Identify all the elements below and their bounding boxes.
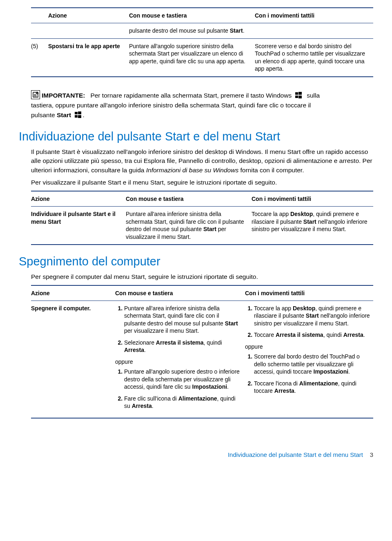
table-actions-3: Azione Con mouse e tastiera Con i movime…	[31, 285, 373, 419]
svg-rect-5	[78, 111, 81, 114]
th-mouse: Con mouse e tastiera	[115, 285, 245, 301]
list-item: Selezionare Arresta il sistema, quindi A…	[124, 339, 242, 354]
svg-rect-4	[75, 112, 78, 114]
th-azione: Azione	[48, 8, 129, 23]
start-icon	[75, 111, 81, 118]
cell-azione: Individuare il pulsante Start e il menu …	[31, 207, 126, 245]
cell-touch: Scorrere verso e dal bordo sinistro del …	[255, 38, 373, 76]
section-start-p2: Per visualizzare il pulsante Start e il …	[31, 178, 373, 187]
list-item: Puntare all'area inferiore sinistra dell…	[124, 305, 242, 335]
table-header-row: Azione Con mouse e tastiera Con i movime…	[31, 285, 373, 301]
section-heading-start: Individuazione del pulsante Start e del …	[19, 130, 373, 143]
cell-azione: Spegnere il computer.	[31, 301, 115, 418]
important-text-3a: pulsante	[31, 111, 57, 118]
table1-wrap: Azione Con mouse e tastiera Con i movime…	[31, 7, 373, 77]
list-item: Toccare la app Desktop, quindi premere e…	[254, 305, 370, 327]
table-header-row: Azione Con mouse e tastiera Con i movime…	[31, 8, 373, 23]
footer-title: Individuazione del pulsante Start e del …	[228, 451, 363, 458]
svg-rect-1	[298, 92, 302, 95]
table-header-row: Azione Con mouse e tastiera Con i movime…	[31, 191, 373, 207]
th-touch: Con i movimenti tattili	[245, 285, 373, 301]
svg-rect-3	[298, 96, 302, 98]
svg-rect-0	[295, 92, 298, 95]
important-label: IMPORTANTE:	[42, 92, 85, 99]
section-start-body: Il pulsante Start è visualizzato nell'an…	[31, 147, 373, 245]
svg-rect-2	[295, 96, 298, 98]
th-azione: Azione	[31, 285, 115, 301]
important-text-3b: Start	[57, 111, 71, 118]
table-row: pulsante destro del mouse sul pulsante S…	[31, 23, 373, 38]
important-text-2: tastiera, oppure puntare all'angolo infe…	[31, 102, 311, 109]
svg-rect-7	[78, 115, 81, 118]
page-footer: Individuazione del pulsante Start e del …	[19, 451, 373, 458]
cell-azione: Spostarsi tra le app aperte	[48, 38, 129, 76]
cell-touch: Toccare la app Desktop, quindi premere e…	[252, 207, 373, 245]
document-page: Azione Con mouse e tastiera Con i movime…	[0, 0, 392, 465]
section-start-p1: Il pulsante Start è visualizzato nell'an…	[31, 147, 373, 175]
page-number: 3	[370, 451, 373, 458]
section-off-body: Per spegnere il computer dal menu Start,…	[31, 272, 373, 419]
important-text-3c: .	[83, 111, 85, 118]
list-item: Toccare Arresta il sistema, quindi Arres…	[254, 331, 370, 338]
list-item: Fare clic sull'icona di Alimentazione, q…	[124, 395, 242, 410]
oppure-label: oppure	[115, 358, 242, 365]
list-item: Puntare all'angolo superiore destro o in…	[124, 368, 242, 390]
cell-mouse: Puntare all'angolo superiore sinistro de…	[129, 38, 255, 76]
th-touch: Con i movimenti tattili	[252, 191, 373, 207]
list-item: Scorrere dal bordo destro del TouchPad o…	[254, 353, 370, 375]
section-off-p1: Per spegnere il computer dal menu Start,…	[31, 272, 373, 281]
table-actions-1: Azione Con mouse e tastiera Con i movime…	[31, 7, 373, 77]
table-row: (5) Spostarsi tra le app aperte Puntare …	[31, 38, 373, 76]
important-text-1b: sulla	[307, 92, 320, 99]
windows-key-icon	[295, 92, 302, 98]
important-note: IMPORTANTE: Per tornare rapidamente alla…	[31, 90, 373, 120]
oppure-label: oppure	[245, 343, 370, 350]
cell-mouse: Puntare all'area inferiore sinistra dell…	[126, 207, 252, 245]
table-actions-2: Azione Con mouse e tastiera Con i movime…	[31, 191, 373, 245]
th-azione: Azione	[31, 191, 126, 207]
section-heading-off: Spegnimento del computer	[19, 255, 373, 268]
cell-touch: Toccare la app Desktop, quindi premere e…	[245, 301, 373, 418]
important-text-1a: Per tornare rapidamente alla schermata S…	[90, 92, 292, 99]
cell-mouse: Puntare all'area inferiore sinistra dell…	[115, 301, 245, 418]
cell-mouse-prev: pulsante destro del mouse sul pulsante S…	[129, 23, 255, 38]
note-icon	[31, 90, 40, 99]
svg-rect-6	[75, 115, 78, 118]
list-item: Toccare l'icona di Alimentazione, quindi…	[254, 380, 370, 395]
th-mouse: Con mouse e tastiera	[129, 8, 255, 23]
table-row: Individuare il pulsante Start e il menu …	[31, 207, 373, 245]
cell-number: (5)	[31, 38, 48, 76]
table-row: Spegnere il computer. Puntare all'area i…	[31, 301, 373, 418]
th-mouse: Con mouse e tastiera	[126, 191, 252, 207]
th-touch: Con i movimenti tattili	[255, 8, 373, 23]
